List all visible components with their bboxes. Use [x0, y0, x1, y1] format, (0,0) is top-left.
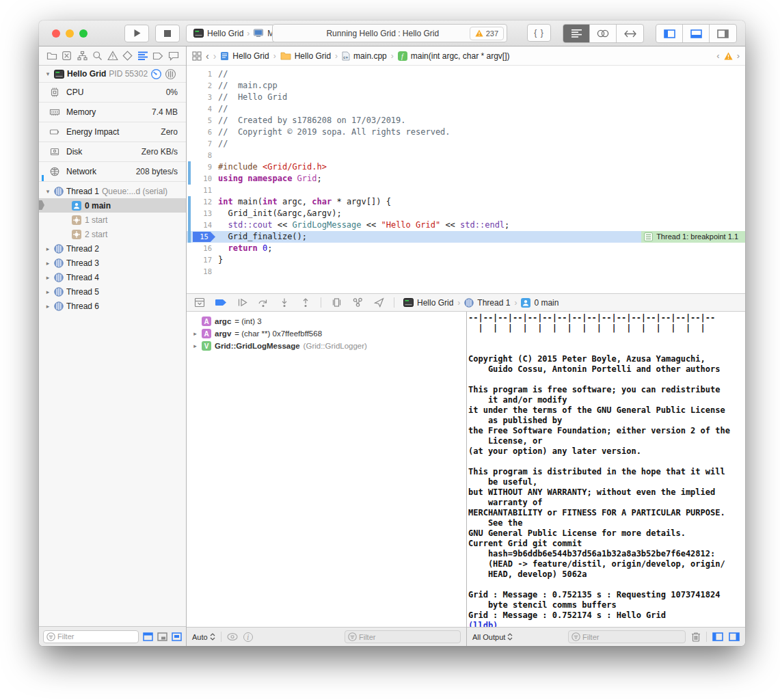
- code-review-button[interactable]: { }: [527, 24, 551, 42]
- thread-row[interactable]: ▸Thread 2: [39, 241, 186, 256]
- back-button[interactable]: ‹: [206, 51, 209, 62]
- line-gutter[interactable]: 4: [187, 103, 218, 115]
- breakpoints-toggle-icon[interactable]: [215, 297, 227, 308]
- hide-debug-area-icon[interactable]: [193, 297, 206, 308]
- gauge-row[interactable]: Energy ImpactZero: [39, 122, 186, 142]
- disclosure-triangle-icon[interactable]: ▸: [44, 303, 51, 310]
- line-gutter[interactable]: 5: [187, 115, 218, 126]
- version-editor-button[interactable]: [617, 25, 643, 42]
- debug-breadcrumb-item[interactable]: 0 main: [521, 298, 559, 308]
- toggle-navigator-button[interactable]: [656, 25, 683, 42]
- code-line[interactable]: 14 std::cout << GridLogMessage << "Hello…: [187, 219, 745, 231]
- code-line[interactable]: 10using namespace Grid;: [187, 173, 745, 185]
- symbol-navigator-icon[interactable]: [77, 50, 88, 62]
- quick-look-icon[interactable]: [227, 633, 238, 641]
- navigator-filter-input[interactable]: [57, 632, 135, 641]
- disclosure-triangle-icon[interactable]: ▸: [44, 288, 51, 295]
- clear-console-icon[interactable]: [691, 632, 701, 642]
- run-button[interactable]: [124, 25, 149, 42]
- variable-row[interactable]: Aargc= (int) 3: [187, 315, 466, 327]
- view-debugger-icon[interactable]: [330, 297, 342, 308]
- line-gutter[interactable]: 15: [187, 231, 218, 243]
- variable-row[interactable]: ▸Aargv= (char **) 0x7ffeefbff568: [187, 327, 466, 340]
- assistant-editor-button[interactable]: [590, 25, 617, 42]
- thread-row[interactable]: ▸Thread 3: [39, 256, 186, 270]
- gauge-row[interactable]: DiskZero KB/s: [39, 142, 186, 162]
- warning-icon[interactable]: [724, 52, 733, 60]
- project-navigator-icon[interactable]: [46, 50, 57, 62]
- zoom-window-button[interactable]: [79, 29, 88, 38]
- console-output[interactable]: --|--|--|--|--|--|--|--|--|--|--|--|--|-…: [467, 312, 745, 627]
- code-line[interactable]: 5// Created by s1786208 on 17/03/2019.: [187, 115, 745, 126]
- line-gutter[interactable]: 10: [187, 173, 218, 185]
- console-filter-field[interactable]: [568, 630, 686, 643]
- line-gutter[interactable]: 9: [187, 161, 218, 173]
- line-gutter[interactable]: 13: [187, 208, 218, 219]
- console-output-popup[interactable]: All Output: [472, 633, 513, 641]
- console-filter-input[interactable]: [582, 633, 682, 641]
- code-line[interactable]: 16 return 0;: [187, 243, 745, 254]
- find-navigator-icon[interactable]: [92, 50, 103, 62]
- line-gutter[interactable]: 8: [187, 150, 218, 161]
- gauge-row[interactable]: Memory7.4 MB: [39, 103, 186, 122]
- code-line[interactable]: 15 Grid_finalize();Thread 1: breakpoint …: [187, 231, 745, 243]
- disclosure-triangle-icon[interactable]: ▸: [44, 274, 51, 281]
- code-line[interactable]: 8: [187, 150, 745, 161]
- continue-icon[interactable]: [236, 297, 248, 308]
- stack-frame-row[interactable]: 1 start: [39, 213, 186, 227]
- line-gutter[interactable]: 18: [187, 266, 218, 278]
- memory-graph-icon[interactable]: [351, 297, 364, 308]
- code-line[interactable]: 3// Hello Grid: [187, 92, 745, 103]
- source-editor[interactable]: 1//2// main.cpp3// Hello Grid4//5// Crea…: [187, 66, 745, 293]
- variables-scope-popup[interactable]: Auto: [192, 633, 215, 641]
- breadcrumb-item[interactable]: Hello Grid: [280, 51, 331, 61]
- breadcrumb-item[interactable]: c+main.cpp: [342, 51, 387, 61]
- disclosure-triangle-icon[interactable]: ▾: [44, 188, 51, 195]
- process-row[interactable]: ▾ Hello Grid PID 55302: [39, 66, 186, 83]
- code-line[interactable]: 1//: [187, 68, 745, 80]
- toggle-debug-area-button[interactable]: [683, 25, 710, 42]
- report-navigator-icon[interactable]: [167, 50, 179, 62]
- code-line[interactable]: 6// Copyright © 2019 sopa. All rights re…: [187, 126, 745, 138]
- warning-count-badge[interactable]: 237: [470, 27, 504, 40]
- line-gutter[interactable]: 7: [187, 138, 218, 150]
- toggle-console-view-icon[interactable]: [729, 632, 740, 641]
- step-out-icon[interactable]: [299, 297, 312, 308]
- breadcrumb-item[interactable]: Hello Grid: [220, 51, 269, 61]
- thread-row[interactable]: ▾Thread 1Queue:...d (serial): [39, 184, 186, 198]
- pause-threads-icon[interactable]: [165, 68, 176, 80]
- thread-row[interactable]: ▸Thread 6: [39, 299, 186, 313]
- line-gutter[interactable]: 12: [187, 196, 218, 208]
- breadcrumb-item[interactable]: fmain(int argc, char * argv[]): [398, 51, 510, 61]
- gauge-row[interactable]: Network208 bytes/s: [39, 162, 186, 182]
- disclosure-triangle-icon[interactable]: ▸: [44, 245, 51, 252]
- disclosure-triangle-icon[interactable]: ▾: [44, 70, 51, 77]
- toggle-variables-view-icon[interactable]: [712, 632, 723, 641]
- toggle-inspector-button[interactable]: [710, 25, 736, 42]
- step-into-icon[interactable]: [278, 297, 291, 308]
- line-gutter[interactable]: 11: [187, 185, 218, 196]
- stack-frame-row[interactable]: 0 main: [39, 198, 186, 213]
- variables-filter-input[interactable]: [359, 633, 457, 641]
- thread-row[interactable]: ▸Thread 5: [39, 284, 186, 299]
- line-gutter[interactable]: 17: [187, 254, 218, 266]
- variable-row[interactable]: ▸VGrid::GridLogMessage(Grid::GridLogger): [187, 340, 466, 352]
- code-line[interactable]: 17}: [187, 254, 745, 266]
- breakpoint-badge[interactable]: 15: [193, 232, 215, 242]
- debug-navigator-icon[interactable]: [137, 50, 149, 62]
- stop-button[interactable]: [155, 25, 180, 42]
- debug-breadcrumb-item[interactable]: Hello Grid: [403, 298, 453, 308]
- source-control-navigator-icon[interactable]: [61, 50, 72, 62]
- line-gutter[interactable]: 6: [187, 126, 218, 138]
- gauge-row[interactable]: CPU0%: [39, 83, 186, 103]
- test-navigator-icon[interactable]: [122, 50, 133, 62]
- code-line[interactable]: 12int main(int argc, char * argv[]) {: [187, 196, 745, 208]
- debug-breadcrumb-item[interactable]: Thread 1: [464, 298, 510, 308]
- navigator-filter-field[interactable]: [43, 630, 139, 643]
- line-gutter[interactable]: 16: [187, 243, 218, 254]
- close-window-button[interactable]: [52, 29, 60, 38]
- disclosure-triangle-icon[interactable]: ▸: [44, 260, 51, 267]
- variables-filter-field[interactable]: [345, 630, 461, 643]
- disclosure-triangle-icon[interactable]: ▸: [192, 342, 198, 349]
- previous-issue-button[interactable]: ‹: [716, 51, 719, 61]
